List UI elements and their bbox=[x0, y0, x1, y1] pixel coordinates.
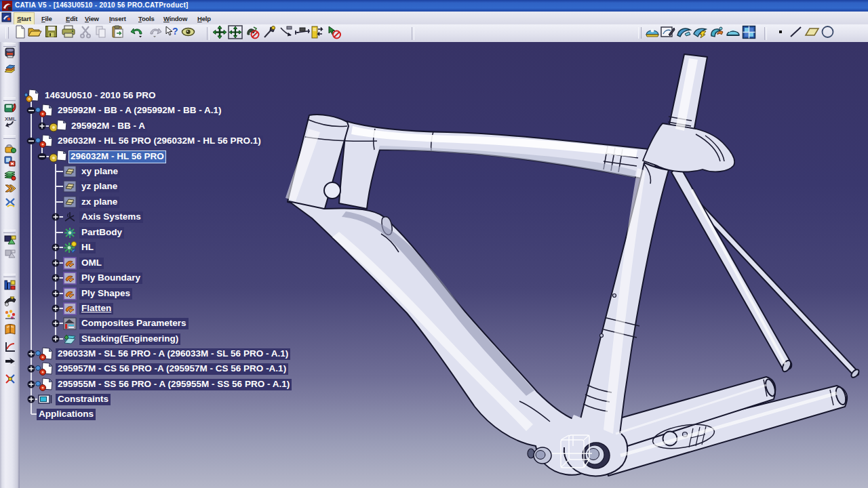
svg-text:XML: XML bbox=[5, 116, 16, 122]
svg-text:?: ? bbox=[172, 26, 178, 37]
